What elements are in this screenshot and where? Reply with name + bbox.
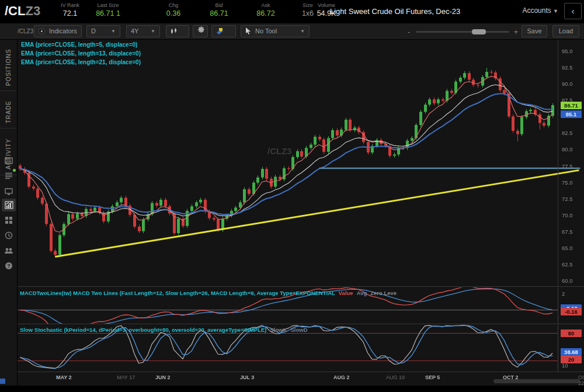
price-axis-tick: 65.0 — [562, 245, 573, 251]
bottom-strip — [0, 386, 584, 392]
axis-corner-handle[interactable] — [0, 379, 5, 384]
time-axis-tick: SEP 5 — [425, 374, 440, 380]
macd-axis-tick: 2 — [562, 290, 565, 297]
stoch-slowk-legend: SlowK — [270, 327, 287, 333]
price-axis-tick: 77.5 — [562, 163, 573, 169]
collapse-panel-button[interactable]: ‹ — [564, 3, 582, 19]
watchlist-icon[interactable] — [2, 169, 16, 182]
help-icon[interactable]: ? — [2, 259, 16, 272]
timeframe-dropdown[interactable]: D▼ — [86, 25, 120, 37]
chart-type-dropdown[interactable]: ▼ — [166, 25, 189, 37]
price-axis-tick: 82.5 — [562, 130, 573, 136]
price-axis-tick: 90.0 — [562, 81, 573, 87]
left-sidebar: POSITIONS TRADE ACTIVITY ? — [0, 40, 18, 392]
indicators-button[interactable]: Indicators — [34, 25, 82, 37]
quote-field-iv-rank: IV Rank72.1 — [50, 2, 91, 18]
load-button[interactable]: Load — [552, 25, 579, 37]
macd-study-label[interactable]: MACDTwoLines(tw) MACD Two Lines (Fast Le… — [20, 290, 397, 296]
flask-icon — [39, 27, 45, 38]
monitor-icon[interactable] — [2, 185, 16, 197]
community-icon[interactable] — [2, 244, 16, 257]
stoch-axis-tick: 10 — [562, 362, 568, 369]
main-price-chart[interactable] — [18, 40, 584, 286]
history-clock-icon[interactable] — [2, 229, 16, 242]
price-axis-tick: 67.5 — [562, 228, 573, 235]
quote-field-bid: Bid86.71 — [199, 2, 239, 18]
macd-avg-legend: Avg — [357, 290, 367, 296]
price-axis-tick: 95.0 — [562, 48, 573, 54]
time-axis-tick: AUG 19 — [386, 374, 405, 380]
ema21-study-label[interactable]: EMA (price=CLOSE, length=21, displace=0) — [21, 59, 141, 65]
contract-description: Light Sweet Crude Oil Futures, Dec-23 — [330, 7, 460, 16]
symbol-watermark: /CLZ3 — [267, 146, 292, 156]
time-axis-tick: OCT 2 — [503, 374, 519, 380]
zoom-slider[interactable] — [416, 31, 509, 33]
quote-field-last-size: Last Size86.71 1 — [88, 2, 128, 18]
time-axis-tick: MAY 2 — [56, 374, 72, 380]
ema13-study-label[interactable]: EMA (price=CLOSE, length=13, displace=0) — [21, 50, 141, 57]
zoom-slider-thumb[interactable] — [472, 29, 486, 34]
symbol-suffix: Z3 — [25, 4, 40, 18]
stoch-slowk-badge: 38.68 — [561, 348, 582, 356]
cursor-icon — [245, 27, 251, 38]
drawing-tools-dropdown[interactable]: ▼ — [211, 25, 236, 37]
price-axis-tick: 92.5 — [562, 64, 573, 71]
time-axis-tick: MAY 17 — [117, 374, 135, 380]
quote-header: /CLZ3 IV Rank72.1Last Size86.71 1Chg0.36… — [0, 0, 584, 23]
time-axis[interactable]: MAY 2MAY 17JUN 2JUL 3AUG 2AUG 19SEP 5OCT… — [18, 372, 584, 386]
candlestick-chart-icon — [171, 27, 178, 38]
time-axis-tick: OCT 22 — [578, 374, 584, 386]
zoom-in-button[interactable]: + — [514, 28, 518, 36]
price-axis-tick: 70.0 — [562, 212, 573, 218]
save-button[interactable]: Save — [522, 25, 547, 37]
sidebar-tab-trade[interactable]: TRADE — [0, 96, 17, 129]
chevron-down-icon: ▼ — [151, 26, 155, 37]
time-axis-tick: AUG 2 — [333, 374, 350, 380]
macd-zero-legend: Zero Leve — [370, 290, 397, 296]
active-tool-dropdown[interactable]: No Tool▼ — [241, 25, 310, 37]
symbol-title: /CLZ3 — [5, 4, 40, 19]
news-icon[interactable] — [2, 154, 16, 167]
grid-icon[interactable] — [2, 214, 16, 227]
toolbar-symbol-input[interactable]: /CLZ3 — [18, 28, 33, 34]
time-axis-tick: JUL 3 — [240, 374, 254, 380]
time-axis-tick: JUN 2 — [155, 374, 171, 380]
price-axis-tick: 72.5 — [562, 196, 573, 202]
status-dot — [13, 169, 16, 172]
last-price-badge: 86.71 — [561, 102, 582, 109]
stochastic-study-label[interactable]: Slow Stochastic (kPeriod=14, dPeriod=3, … — [20, 327, 308, 333]
chart-icon[interactable] — [2, 199, 16, 211]
gear-icon — [197, 27, 205, 34]
zoom-out-button[interactable]: - — [408, 28, 410, 36]
quote-field-chg: Chg0.36 — [153, 2, 194, 18]
price-axis-tick: 60.0 — [562, 277, 573, 284]
pane-divider[interactable] — [18, 286, 584, 287]
chart-settings-button[interactable] — [193, 25, 208, 37]
ema5-study-label[interactable]: EMA (price=CLOSE, length=5, displace=0) — [21, 41, 137, 48]
chart-toolbar: /CLZ3 Indicators D▼ 4Y▼ ▼ ▼ No Tool▼ - +… — [0, 23, 584, 40]
price-axis-tick: 75.0 — [562, 179, 573, 186]
pane-divider[interactable] — [18, 324, 584, 324]
chevron-down-icon: ▼ — [300, 26, 305, 37]
ema-value-badge: 85.1 — [561, 110, 582, 118]
chevron-down-icon: ▼ — [553, 8, 558, 14]
chevron-down-icon: ▼ — [111, 26, 116, 37]
macd-value-badge: -0.16 — [561, 308, 582, 315]
price-axis-tick: 80.0 — [562, 146, 573, 152]
range-dropdown[interactable]: 4Y▼ — [126, 25, 160, 37]
price-axis-tick: 62.5 — [562, 261, 573, 268]
sidebar-tab-positions[interactable]: POSITIONS — [0, 44, 17, 91]
quote-field-ask: Ask86.72 — [245, 2, 286, 18]
stoch-overbought-badge: 80 — [561, 329, 582, 337]
trading-app: /CLZ3 IV Rank72.1Last Size86.71 1Chg0.36… — [0, 0, 584, 392]
macd-value-legend: Value — [339, 290, 353, 296]
drawing-tools-icon — [216, 27, 224, 38]
svg-text:?: ? — [7, 263, 11, 269]
stoch-slowd-legend: SlowD — [291, 327, 308, 333]
accounts-dropdown[interactable]: Accounts ▼ — [522, 6, 558, 15]
